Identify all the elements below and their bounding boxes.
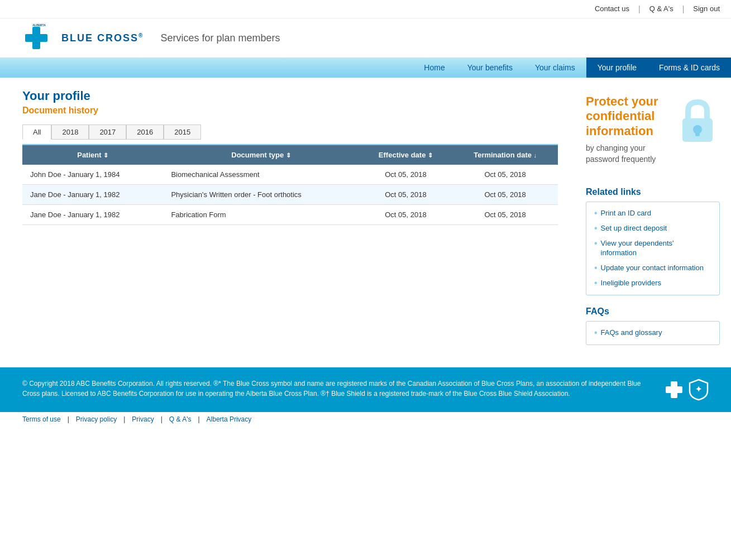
cell-effective-date: Oct 05, 2018 [359,165,453,185]
tagline: Services for plan members [160,32,280,44]
cell-effective-date: Oct 05, 2018 [359,205,453,225]
content-area: Your profile Document history All 2018 2… [0,78,575,356]
logo-icon: ALBERTA [22,24,56,52]
promo-body: by changing your password frequently [586,143,670,165]
footer-links: Terms of use | Privacy policy | Privacy … [0,412,731,427]
sort-icon-doc-type: ⇕ [286,152,291,159]
svg-rect-7 [666,386,682,393]
svg-rect-5 [695,130,700,136]
cell-termination-date: Oct 05, 2018 [452,205,558,225]
cell-doc-type: Fabrication Form [163,205,359,225]
footer-inner: © Copyright 2018 ABC Benefits Corporatio… [22,379,709,401]
header: ALBERTA BLUE CROSS® Services for plan me… [0,18,731,58]
col-patient[interactable]: Patient ⇕ [22,145,163,165]
related-links-heading: Related links [586,187,720,197]
related-links-section: Related links Print an ID cardSet up dir… [586,187,720,295]
table-row: Jane Doe - January 1, 1982 Physician's W… [22,185,558,205]
faqs-heading: FAQs [586,307,720,317]
sidebar: Protect your confidential information by… [575,78,731,356]
list-item: Set up direct deposit [594,224,711,233]
filter-tab-2017[interactable]: 2017 [89,125,126,140]
main-nav: Home Your benefits Your claims Your prof… [0,58,731,78]
related-link[interactable]: View your dependents' information [601,239,711,258]
filter-tab-2015[interactable]: 2015 [164,125,201,140]
faq-link[interactable]: FAQs and glossary [601,328,662,338]
svg-rect-1 [25,34,47,42]
lock-icon [678,99,717,146]
top-bar: Contact us | Q & A's | Sign out [0,0,731,18]
list-item: Ineligible providers [594,279,711,288]
list-item: Print an ID card [594,209,711,218]
sort-icon-termination-date: ↓ [534,152,537,159]
footer-copyright: © Copyright 2018 ABC Benefits Corporatio… [22,379,653,399]
promo-box: Protect your confidential information by… [586,89,720,170]
table-row: John Doe - January 1, 1984 Biomechanical… [22,165,558,185]
filter-bar: All 2018 2017 2016 2015 [22,125,558,140]
nav-home[interactable]: Home [413,58,456,78]
cell-termination-date: Oct 05, 2018 [452,185,558,205]
footer-cross-icon [664,380,684,400]
promo-heading: Protect your confidential information [586,94,670,138]
qanda-link[interactable]: Q & A's [649,4,673,13]
cell-doc-type: Biomechanical Assessment [163,165,359,185]
related-link[interactable]: Ineligible providers [601,279,661,288]
document-table: Patient ⇕ Document type ⇕ Effective date… [22,145,558,225]
list-item: View your dependents' information [594,239,711,258]
cell-patient: Jane Doe - January 1, 1982 [22,205,163,225]
related-link[interactable]: Update your contact information [601,264,704,273]
col-termination-date[interactable]: Termination date ↓ [452,145,558,165]
filter-tab-all[interactable]: All [22,125,51,140]
nav-forms-id-cards[interactable]: Forms & ID cards [648,58,731,78]
nav-your-claims[interactable]: Your claims [524,58,586,78]
cell-patient: John Doe - January 1, 1984 [22,165,163,185]
table-row: Jane Doe - January 1, 1982 Fabrication F… [22,205,558,225]
footer-qanda-link[interactable]: Q & A's [169,415,192,423]
brand-name: BLUE CROSS® [61,32,144,44]
logo-area: ALBERTA BLUE CROSS® [22,24,144,52]
page-title: Your profile [22,89,558,103]
contact-us-link[interactable]: Contact us [595,4,629,13]
related-links-box: Print an ID cardSet up direct depositVie… [586,202,720,295]
sort-icon-effective-date: ⇕ [428,152,433,159]
col-effective-date[interactable]: Effective date ⇕ [359,145,453,165]
footer-logos: ✦ [664,379,709,401]
table-header: Patient ⇕ Document type ⇕ Effective date… [22,145,558,165]
list-item: Update your contact information [594,264,711,273]
related-link[interactable]: Print an ID card [601,209,651,218]
main-container: Your profile Document history All 2018 2… [0,78,731,356]
footer-privacy-policy-link[interactable]: Privacy policy [76,415,117,423]
nav-your-benefits[interactable]: Your benefits [456,58,524,78]
faqs-list: FAQs and glossary [594,328,711,338]
svg-text:✦: ✦ [695,385,702,394]
filter-tab-2018[interactable]: 2018 [51,125,89,140]
section-subtitle: Document history [22,106,558,116]
sign-out-link[interactable]: Sign out [693,4,720,13]
lock-icon-wrap [675,94,720,150]
related-link[interactable]: Set up direct deposit [601,224,667,233]
svg-text:ALBERTA: ALBERTA [32,24,46,27]
table-body: John Doe - January 1, 1984 Biomechanical… [22,165,558,225]
cell-patient: Jane Doe - January 1, 1982 [22,185,163,205]
footer-shield-icon: ✦ [689,379,709,401]
cell-termination-date: Oct 05, 2018 [452,165,558,185]
footer-alberta-privacy-link[interactable]: Alberta Privacy [207,415,252,423]
faqs-section: FAQs FAQs and glossary [586,307,720,345]
nav-your-profile[interactable]: Your profile [586,58,648,78]
footer: © Copyright 2018 ABC Benefits Corporatio… [0,367,731,412]
col-doc-type[interactable]: Document type ⇕ [163,145,359,165]
promo-text: Protect your confidential information by… [586,94,670,165]
cell-effective-date: Oct 05, 2018 [359,185,453,205]
cell-doc-type: Physician's Written order - Foot orthoti… [163,185,359,205]
footer-terms-link[interactable]: Terms of use [22,415,61,423]
footer-privacy-link[interactable]: Privacy [132,415,154,423]
related-links-list: Print an ID cardSet up direct depositVie… [594,209,711,288]
filter-tab-2016[interactable]: 2016 [126,125,164,140]
sort-icon-patient: ⇕ [103,152,108,159]
faqs-box: FAQs and glossary [586,321,720,345]
list-item: FAQs and glossary [594,328,711,338]
